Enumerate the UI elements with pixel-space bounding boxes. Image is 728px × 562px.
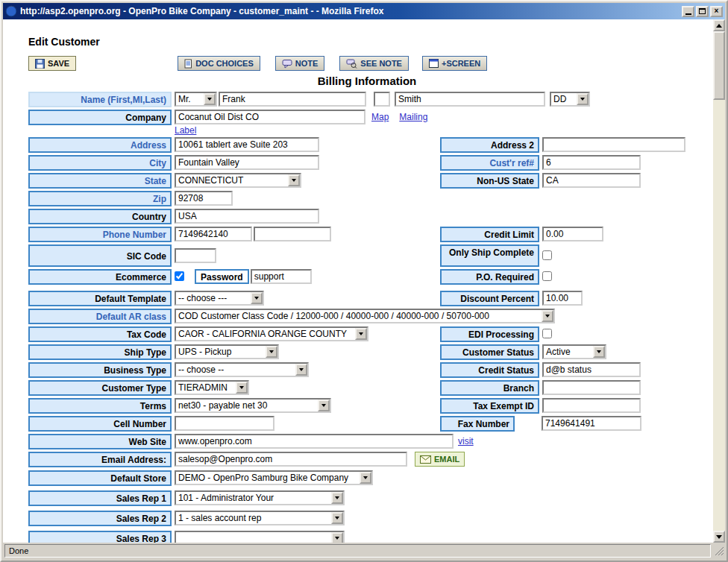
close-icon: × [715, 7, 719, 15]
business-type-select[interactable]: -- choose -- [175, 362, 309, 377]
maximize-button[interactable] [696, 6, 709, 17]
minimize-button[interactable] [682, 6, 694, 17]
label-link[interactable]: Label [175, 125, 196, 136]
sales-rep-1-select[interactable]: 101 - Administrator Your [175, 490, 345, 505]
middle-initial-input[interactable] [374, 92, 390, 107]
sales-rep-3-select[interactable] [175, 531, 345, 543]
ship-type-select[interactable]: UPS - Pickup [175, 344, 279, 359]
name-suffix-select[interactable]: DD [550, 92, 590, 107]
status-bar: Done [3, 543, 725, 559]
status-text: Done [4, 544, 711, 558]
form-row-sales-rep-1: Sales Rep 1 101 - Administrator Your [28, 490, 713, 506]
po-required-checkbox[interactable] [542, 271, 552, 281]
page-content: Edit Customer SAVE DOC CHOICES NOTE SE [3, 19, 713, 543]
sic-code-input[interactable] [175, 248, 216, 263]
web-site-input[interactable] [175, 434, 454, 449]
address-input[interactable] [175, 137, 319, 152]
zip-input[interactable] [175, 191, 233, 206]
only-ship-complete-checkbox[interactable] [542, 250, 552, 260]
name-prefix-select[interactable]: Mr. [175, 92, 217, 107]
scroll-down-button[interactable] [713, 531, 725, 543]
state-select[interactable]: CONNECTICUT [175, 173, 301, 188]
form-row-ar-class: Default AR class COD Customer Class Code… [28, 309, 713, 324]
label-name: Name (First,MI,Last) [28, 92, 172, 107]
sales-rep-2-select[interactable]: 1 - sales account rep [175, 511, 345, 525]
form-row-zip: Zip [28, 191, 713, 206]
credit-limit-input[interactable] [542, 227, 603, 241]
label-discount-percent: Discount Percent [440, 291, 539, 306]
label-cell-number: Cell Number [28, 416, 172, 432]
dropdown-arrow-icon [288, 174, 300, 186]
customer-status-select[interactable]: Active [542, 344, 606, 359]
dropdown-arrow-icon [295, 364, 307, 376]
default-template-select[interactable]: -- choose --- [175, 291, 264, 306]
ecommerce-checkbox[interactable] [175, 271, 184, 281]
note-button[interactable]: NOTE [275, 56, 325, 71]
discount-percent-input[interactable] [542, 291, 583, 306]
first-name-input[interactable] [219, 92, 366, 107]
terms-select[interactable]: net30 - payable net 30 [175, 398, 331, 413]
section-heading: Billing Information [28, 75, 706, 87]
company-input[interactable] [175, 110, 365, 124]
label-sales-rep-3: Sales Rep 3 [28, 531, 172, 543]
edi-processing-checkbox[interactable] [542, 329, 552, 338]
phone-input-1[interactable] [175, 227, 252, 241]
dropdown-arrow-icon [331, 492, 343, 504]
address2-input[interactable] [542, 137, 685, 152]
form-row-city: City Cust'r ref# [28, 155, 713, 171]
mailing-link[interactable]: Mailing [399, 112, 427, 122]
visit-link[interactable]: visit [458, 436, 474, 446]
non-us-state-input[interactable] [542, 173, 641, 188]
scrollbar-thumb[interactable] [713, 31, 725, 100]
cell-number-input[interactable] [175, 416, 274, 431]
branch-input[interactable] [542, 380, 641, 395]
vertical-scrollbar[interactable] [713, 19, 725, 543]
label-address: Address [28, 137, 172, 153]
form-row-terms: Terms net30 - payable net 30 Tax Exempt … [28, 398, 713, 414]
document-icon [184, 59, 192, 69]
resize-grip[interactable] [712, 544, 724, 558]
add-screen-button[interactable]: +SCREEN [422, 56, 487, 71]
dropdown-arrow-icon [236, 382, 248, 394]
toolbar: SAVE DOC CHOICES NOTE SEE NOTE +SCREEN [28, 55, 713, 72]
tax-code-select[interactable]: CAOR - CALIFORNIA ORANGE COUNTY [175, 326, 368, 341]
label-default-store: Default Store [28, 470, 172, 486]
credit-status-input[interactable] [542, 362, 641, 377]
password-input[interactable] [251, 269, 312, 284]
scroll-up-button[interactable] [713, 19, 725, 31]
label-fax-number: Fax Number [440, 416, 515, 432]
last-name-input[interactable] [395, 92, 545, 107]
fax-number-input[interactable] [542, 416, 641, 431]
default-ar-class-select[interactable]: COD Customer Class Code / 12000-000 / 40… [175, 309, 555, 323]
label-tax-exempt-id: Tax Exempt ID [440, 398, 539, 414]
country-input[interactable] [175, 209, 319, 224]
save-button[interactable]: SAVE [28, 56, 76, 71]
see-note-magnifier-icon [346, 59, 357, 69]
form-row-business-type: Business Type -- choose -- Credit Status [28, 362, 713, 378]
label-city: City [28, 155, 172, 171]
map-link[interactable]: Map [371, 112, 389, 122]
label-ship-type: Ship Type [28, 344, 172, 360]
close-button[interactable]: × [710, 6, 723, 17]
title-bar: http://asp2.openpro.org - OpenPro Bike C… [3, 3, 725, 19]
label-customer-type: Customer Type [28, 380, 172, 396]
default-store-select[interactable]: DEMO - OpenPro Samburg Bike Company [175, 470, 373, 485]
custr-ref-input[interactable] [542, 155, 641, 170]
label-phone: Phone Number [28, 227, 172, 242]
form-row-default-template: Default Template -- choose --- Discount … [28, 291, 713, 306]
label-business-type: Business Type [28, 362, 172, 378]
doc-choices-button[interactable]: DOC CHOICES [178, 56, 260, 71]
email-address-input[interactable] [175, 452, 407, 467]
form-row-customer-type: Customer Type TIERADMIN Branch [28, 380, 713, 396]
form-row-company: Company Map Mailing [28, 110, 713, 125]
see-note-button[interactable]: SEE NOTE [339, 56, 409, 71]
label-ecommerce: Ecommerce [28, 269, 172, 285]
label-non-us-state: Non-US State [440, 173, 539, 189]
phone-input-2[interactable] [254, 227, 331, 241]
dropdown-arrow-icon [331, 512, 343, 524]
email-button[interactable]: EMAIL [415, 452, 465, 467]
customer-type-select[interactable]: TIERADMIN [175, 380, 249, 395]
tax-exempt-id-input[interactable] [542, 398, 641, 413]
label-country: Country [28, 209, 172, 224]
city-input[interactable] [175, 155, 319, 170]
